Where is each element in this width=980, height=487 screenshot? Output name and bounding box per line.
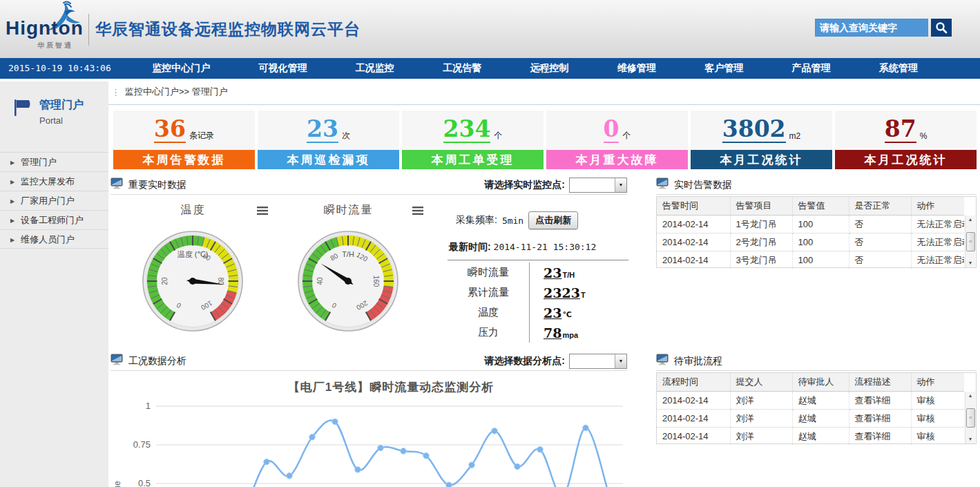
caret-right-icon: ▶ (10, 211, 15, 231)
stat-label-bar[interactable]: 本周巡检漏项 (258, 150, 399, 169)
scroll-up-icon[interactable]: ▲ (968, 393, 973, 399)
reading-value-cell: 23℃ (530, 303, 572, 323)
table-header-cell: 提交人 (730, 373, 792, 392)
sidebar-item-4[interactable]: ▶设备工程师门户 (0, 210, 108, 229)
scroll-down-icon[interactable]: ▼ (968, 260, 973, 266)
stat-label-bar[interactable]: 本月工况统计 (691, 150, 832, 169)
app-window: Hignton 华辰智通 华辰智通设备远程监控物联网云平台 2015-10-19… (0, 0, 980, 487)
table-header-cell: 告警时间 (657, 197, 730, 216)
section-realtime-header: 重要实时数据 请选择实时监控点: ▼ (111, 175, 627, 195)
reading-value: 23 (544, 305, 561, 321)
latest-time-label: 最新时间: (449, 241, 491, 252)
reading-value: 2323 (544, 285, 580, 300)
table-cell: 3号龙门吊 (730, 251, 792, 269)
stat-label-bar[interactable]: 本月工况统计 (835, 150, 977, 169)
table-cell: 赵城 (792, 428, 849, 446)
nav-item-1[interactable]: 监控中心门户 (152, 62, 210, 75)
scrollbar-thumb[interactable]: ≡ (966, 408, 975, 428)
table-cell: 赵城 (792, 410, 849, 428)
table-cell[interactable]: 无法正常启动 (911, 216, 964, 233)
search-button[interactable] (931, 19, 952, 37)
table-cell[interactable]: 审核 (911, 410, 964, 428)
search-box (815, 19, 952, 37)
sidebar-item-3[interactable]: ▶厂家用户门户 (0, 191, 108, 210)
stat-value-area: 234个 (402, 111, 544, 150)
stat-unit: % (920, 131, 928, 141)
stat-value-link[interactable]: 87 (885, 117, 916, 143)
sidebar-item-label: 管理门户 (21, 157, 57, 167)
section-approval-header: 待审批流程 (656, 352, 977, 371)
reading-unit: ℃ (562, 310, 571, 319)
caret-right-icon: ▶ (10, 231, 15, 250)
table-header-cell: 流程时间 (657, 373, 730, 392)
breadcrumb-text: 监控中心门户>> 管理门户 (125, 86, 228, 98)
monitor-point-select[interactable]: ▼ (569, 178, 627, 193)
approval-row-1: 2014-02-14刘洋赵城查看详细审核 (657, 392, 964, 410)
brand-subtitle: 华辰智通 (37, 41, 73, 50)
alarm-row-1: 2014-02-141号龙门吊100否无法正常启动 (657, 216, 964, 233)
table-header-cell: 待审批人 (792, 373, 849, 392)
nav-item-6[interactable]: 维修管理 (617, 62, 656, 75)
stat-value-link[interactable]: 36 (154, 117, 186, 143)
stat-unit: 个 (494, 130, 502, 142)
search-input[interactable] (815, 19, 928, 37)
refresh-button[interactable]: 点击刷新 (528, 211, 578, 229)
nav-item-7[interactable]: 客户管理 (704, 62, 743, 75)
scrollbar-thumb[interactable]: ≡ (966, 232, 975, 251)
table-cell: 否 (849, 216, 911, 233)
vertical-scrollbar[interactable]: ▲≡▼ (965, 392, 975, 443)
nav-item-5[interactable]: 远程控制 (530, 62, 568, 75)
table-cell: 2014-02-14 (657, 410, 730, 428)
svg-text:20: 20 (161, 277, 169, 285)
main-nav: 2015-10-19 10:43:06 监控中心门户可视化管理工况监控工况告警远… (0, 58, 980, 79)
stat-label-bar[interactable]: 本周工单受理 (402, 150, 544, 169)
chart-menu-icon[interactable] (412, 205, 423, 218)
table-header-row: 流程时间提交人待审批人流程描述动作 (657, 373, 964, 392)
nav-item-8[interactable]: 产品管理 (791, 62, 830, 75)
table-header-cell: 是否正常 (849, 197, 911, 216)
svg-text:value: value (113, 481, 122, 487)
stat-label-bar[interactable]: 本月重大故障 (546, 150, 688, 169)
sidebar-item-5[interactable]: ▶维修人员门户 (0, 229, 108, 249)
brand-name: Hignton (6, 17, 84, 39)
table-cell: 2014-02-14 (657, 428, 730, 446)
table-cell[interactable]: 无法正常启动 (911, 251, 964, 269)
nav-item-9[interactable]: 系统管理 (879, 62, 918, 75)
monitor-icon (111, 354, 124, 368)
sidebar-item-label: 监控大屏发布 (21, 176, 75, 187)
table-cell: 2014-02-14 (657, 251, 730, 269)
nav-item-4[interactable]: 工况告警 (443, 62, 481, 75)
temperature-gauge: 0206080100温度 (℃) (141, 229, 244, 333)
table-header-cell: 流程描述 (849, 373, 911, 392)
alarm-row-3: 2014-02-143号龙门吊100否无法正常启动 (657, 251, 964, 269)
stat-value-link[interactable]: 234 (443, 117, 491, 143)
stat-value-area: 23次 (258, 111, 399, 150)
portal-title: 管理门户 (39, 98, 84, 113)
stat-value-link[interactable]: 0 (604, 117, 619, 143)
header-divider (88, 14, 89, 46)
table-cell: 100 (792, 251, 849, 269)
svg-text:160: 160 (372, 276, 380, 287)
table-cell: 刘洋 (730, 410, 792, 428)
table-cell: 赵城 (792, 392, 849, 410)
table-cell: 2014-02-14 (657, 392, 730, 410)
chart-menu-icon[interactable] (257, 205, 268, 218)
table-cell[interactable]: 无法正常启动 (911, 233, 964, 251)
table-cell[interactable]: 审核 (911, 392, 964, 410)
table-cell: 2号龙门吊 (730, 233, 792, 251)
table-cell[interactable]: 审核 (911, 428, 964, 446)
page-title: 华辰智通设备远程监控物联网云平台 (95, 19, 361, 40)
nav-item-3[interactable]: 工况监控 (356, 62, 394, 75)
stat-label-bar[interactable]: 本周告警数据 (113, 150, 255, 169)
stat-card-1: 36条记录本周告警数据 (113, 111, 255, 169)
approval-row-2: 2014-02-14刘洋赵城查看详细审核 (657, 410, 964, 428)
vertical-scrollbar[interactable]: ▲≡▼ (965, 216, 975, 267)
sidebar-item-1[interactable]: ▶管理门户 (0, 152, 108, 171)
sidebar-item-2[interactable]: ▶监控大屏发布 (0, 171, 108, 191)
nav-item-2[interactable]: 可视化管理 (258, 62, 307, 75)
stat-value-link[interactable]: 3802 (722, 117, 786, 143)
stat-value-link[interactable]: 23 (307, 117, 338, 143)
analysis-point-select[interactable]: ▼ (569, 354, 627, 369)
scroll-up-icon[interactable]: ▲ (968, 217, 973, 222)
scroll-down-icon[interactable]: ▼ (968, 437, 973, 442)
